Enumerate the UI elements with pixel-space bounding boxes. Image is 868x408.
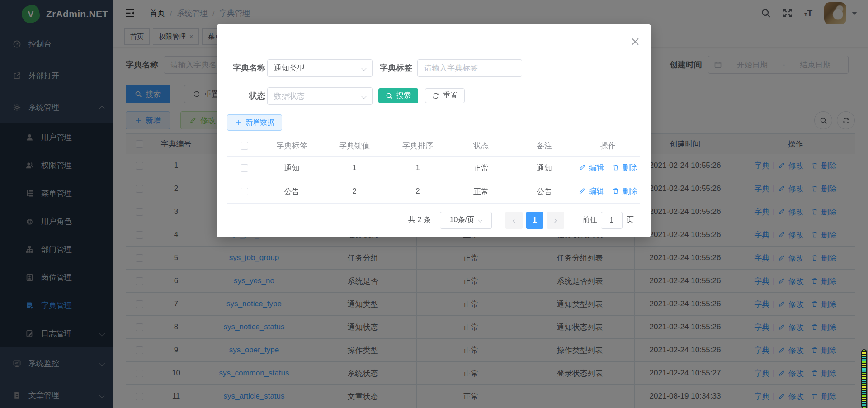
button-label: 新增数据: [245, 118, 274, 128]
row-edit-link[interactable]: 编辑: [589, 162, 604, 173]
modal-dict-label-label: 字典标签: [374, 59, 412, 76]
select-placeholder: 数据状态: [274, 91, 305, 101]
dict-label-cell: 通知: [261, 156, 323, 180]
row-edit-link[interactable]: 编辑: [589, 186, 604, 196]
dict-data-table: 字典标签 字典键值 字典排序 状态 备注 操作 通知 1 1 正常 通知: [227, 136, 640, 204]
dict-value-cell: 2: [323, 180, 386, 203]
trash-icon: [612, 187, 619, 195]
browser-scrollbar-thumb[interactable]: [861, 349, 867, 408]
status-cell: 正常: [449, 156, 513, 180]
chevron-down-icon: [361, 66, 366, 71]
select-value: 通知类型: [274, 63, 305, 73]
modal-status-label: 状态: [227, 87, 265, 104]
column-header-dict-value: 字典键值: [323, 136, 386, 156]
select-all-checkbox[interactable]: [241, 142, 248, 150]
table-row: 公告 2 2 正常 公告 编辑 删除: [227, 180, 640, 203]
pagination: 共 2 条 10条/页 ‹ 1 › 前往 1 页: [227, 211, 634, 229]
remark-cell: 通知: [513, 156, 576, 180]
modal-status-select[interactable]: 数据状态: [267, 87, 373, 105]
pencil-icon: [579, 187, 586, 195]
table-header-row: 字典标签 字典键值 字典排序 状态 备注 操作: [227, 136, 640, 156]
dict-label-cell: 公告: [261, 180, 323, 203]
next-page-button[interactable]: ›: [547, 212, 564, 229]
modal-add-data-button[interactable]: 新增数据: [227, 114, 282, 131]
goto-label: 前往: [583, 215, 597, 225]
table-row: 通知 1 1 正常 通知 编辑 删除: [227, 156, 640, 180]
trash-icon: [612, 164, 619, 171]
column-header-remark: 备注: [513, 136, 576, 156]
pagination-total: 共 2 条: [408, 215, 431, 225]
button-label: 重置: [443, 91, 458, 100]
plus-icon: [235, 119, 242, 126]
pencil-icon: [579, 164, 586, 171]
chevron-down-icon: [361, 94, 366, 99]
select-value: 10条/页: [450, 215, 474, 225]
input-placeholder: 请输入字典标签: [424, 63, 478, 73]
dict-value-cell: 1: [323, 156, 386, 180]
modal-reset-button[interactable]: 重置: [425, 88, 465, 103]
page-number-1[interactable]: 1: [526, 212, 543, 229]
row-delete-link[interactable]: 删除: [623, 162, 638, 173]
chevron-down-icon: [478, 218, 482, 223]
column-header-status: 状态: [449, 136, 513, 156]
remark-cell: 公告: [513, 180, 576, 203]
row-delete-link[interactable]: 删除: [623, 186, 638, 196]
column-header-operations: 操作: [576, 136, 640, 156]
dict-data-dialog: 字典名称 通知类型 字典标签 请输入字典标签 状态 数据状态 搜索 重置 新增数…: [217, 24, 651, 237]
modal-dict-name-label: 字典名称: [227, 59, 265, 76]
page-unit-label: 页: [627, 215, 634, 225]
row-checkbox[interactable]: [241, 188, 248, 195]
modal-dict-name-select[interactable]: 通知类型: [267, 59, 373, 77]
goto-page-input[interactable]: 1: [601, 212, 623, 229]
column-header-dict-sort: 字典排序: [386, 136, 449, 156]
dict-sort-cell: 1: [386, 156, 449, 180]
modal-search-button[interactable]: 搜索: [378, 88, 418, 103]
search-icon: [386, 92, 393, 100]
refresh-icon: [432, 92, 439, 100]
close-icon[interactable]: [630, 37, 640, 47]
column-header-dict-label: 字典标签: [261, 136, 323, 156]
modal-dict-label-input[interactable]: 请输入字典标签: [417, 59, 522, 77]
dict-sort-cell: 2: [386, 180, 449, 203]
row-checkbox[interactable]: [241, 164, 248, 172]
status-cell: 正常: [449, 180, 513, 203]
button-label: 搜索: [396, 91, 411, 100]
prev-page-button[interactable]: ‹: [505, 212, 523, 229]
page-size-select[interactable]: 10条/页: [440, 212, 492, 229]
